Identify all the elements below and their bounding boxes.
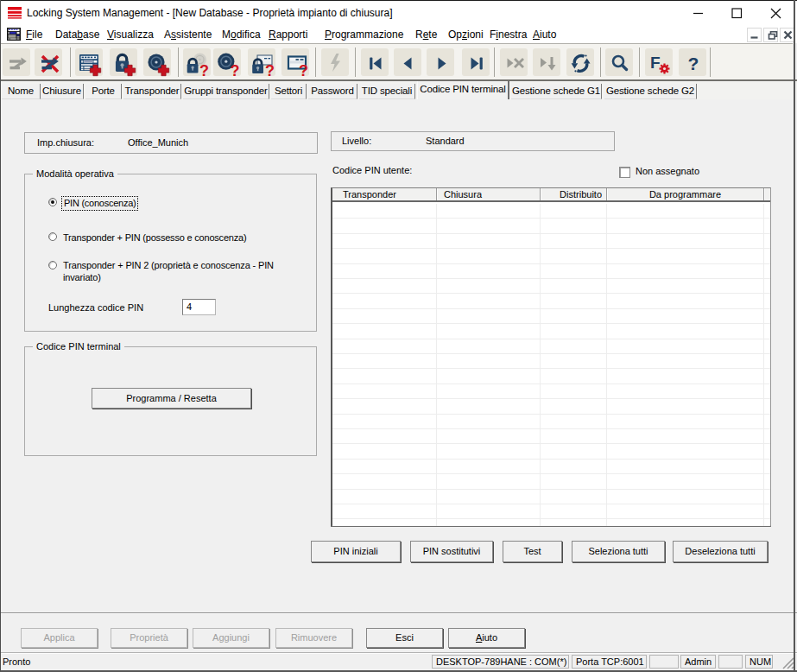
svg-text:?: ?	[231, 62, 240, 78]
svg-text:?: ?	[688, 54, 699, 73]
svg-text:F: F	[650, 54, 661, 72]
svg-text:?: ?	[265, 62, 275, 78]
svg-text:?: ?	[299, 62, 308, 78]
svg-text:?: ?	[199, 62, 209, 78]
